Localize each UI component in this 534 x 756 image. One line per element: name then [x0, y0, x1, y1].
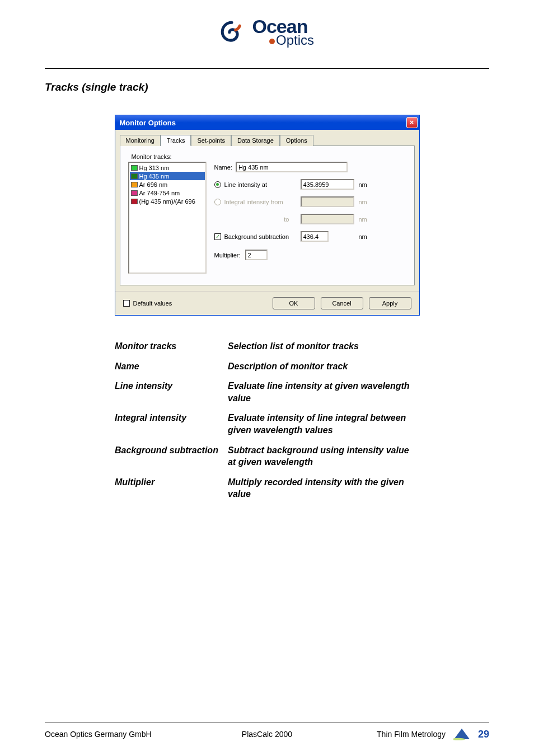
tab-body: Monitor tracks: Hg 313 nmHg 435 nmAr 696… — [120, 145, 415, 285]
integral-from-input[interactable] — [301, 196, 354, 207]
color-swatch-icon — [131, 173, 138, 179]
dot-icon — [269, 39, 275, 44]
definition-term: Integral intensity — [111, 408, 223, 439]
color-swatch-icon — [131, 182, 138, 187]
list-item-label: Hg 313 nm — [139, 165, 170, 171]
triangle-logo-icon — [453, 728, 470, 740]
list-item-label: Ar 696 nm — [139, 181, 168, 188]
multiplier-input[interactable] — [245, 250, 268, 260]
definition-desc: Evaluate line intensity at given wavelen… — [224, 377, 423, 407]
definition-term: Name — [111, 357, 223, 376]
multiplier-label: Multiplier: — [214, 252, 241, 259]
default-values-checkbox[interactable] — [123, 300, 130, 307]
tab-strip: Monitoring Tracks Set-points Data Storag… — [115, 130, 419, 145]
definition-term: Line intensity — [111, 377, 223, 407]
list-item-label: Ar 749-754 nm — [139, 190, 180, 196]
table-row: NameDescription of monitor track — [111, 357, 423, 376]
integral-to-label: to — [224, 216, 297, 223]
color-swatch-icon — [131, 165, 138, 171]
footer-left: Ocean Optics Germany GmbH — [45, 730, 193, 739]
close-icon[interactable]: × — [406, 117, 418, 128]
table-row: Background subtractionSubtract backgroun… — [111, 441, 423, 472]
footer-right-text: Thin Film Metrology — [377, 730, 446, 739]
table-row: Integral intensityEvaluate intensity of … — [111, 408, 423, 439]
list-item-label: (Hg 435 nm)/(Ar 696 — [139, 198, 195, 205]
dialog-button-row: Default values OK Cancel Apply — [115, 291, 419, 315]
header-rule — [45, 68, 489, 69]
bg-subtraction-unit: nm — [359, 233, 367, 240]
track-form: Name: Line intensity at nm Integral inte… — [214, 162, 406, 274]
brand-logo: Ocean Optics — [220, 17, 314, 47]
integral-intensity-radio[interactable] — [214, 199, 221, 205]
integral-to-input[interactable] — [301, 214, 354, 224]
dialog-title: Monitor Options — [120, 119, 176, 127]
swirl-icon — [220, 20, 243, 44]
line-intensity-input[interactable] — [301, 179, 354, 190]
definition-desc: Multiply recorded intensity with the giv… — [224, 473, 423, 504]
ok-button[interactable]: OK — [273, 297, 315, 309]
bg-subtraction-label: Background subtraction — [224, 233, 297, 240]
name-label: Name: — [214, 164, 232, 171]
list-item[interactable]: Hg 435 nm — [130, 172, 205, 180]
line-intensity-radio[interactable] — [214, 181, 221, 188]
definition-desc: Evaluate intensity of line integral betw… — [224, 408, 423, 439]
definition-desc: Selection list of monitor tracks — [224, 337, 423, 356]
cancel-button[interactable]: Cancel — [321, 297, 363, 309]
monitor-options-dialog: Monitor Options × Monitoring Tracks Set-… — [115, 115, 420, 316]
tab-options[interactable]: Options — [280, 135, 313, 146]
tab-setpoints[interactable]: Set-points — [191, 135, 231, 146]
list-item[interactable]: Ar 749-754 nm — [130, 189, 205, 197]
footer-rule — [45, 722, 489, 722]
tab-monitoring[interactable]: Monitoring — [120, 135, 161, 146]
list-item[interactable]: Ar 696 nm — [130, 180, 205, 189]
definition-term: Monitor tracks — [111, 337, 223, 356]
apply-button[interactable]: Apply — [369, 297, 411, 309]
definition-term: Background subtraction — [111, 441, 223, 472]
line-intensity-label: Line intensity at — [224, 181, 297, 188]
list-item-label: Hg 435 nm — [139, 173, 170, 180]
svg-marker-0 — [454, 729, 470, 739]
footer-mid: PlasCalc 2000 — [193, 730, 341, 739]
section-title: Tracks (single track) — [45, 81, 489, 93]
definitions-table: Monitor tracksSelection list of monitor … — [110, 336, 424, 505]
brand-optics-text: Optics — [276, 32, 314, 48]
definition-desc: Description of monitor track — [224, 357, 423, 376]
table-row: Line intensityEvaluate line intensity at… — [111, 377, 423, 407]
line-intensity-unit: nm — [359, 181, 367, 188]
integral-from-unit: nm — [359, 199, 367, 205]
brand-header: Ocean Optics — [45, 0, 489, 58]
default-values-label: Default values — [133, 300, 172, 307]
name-input[interactable] — [236, 162, 348, 172]
dialog-titlebar[interactable]: Monitor Options × — [115, 115, 419, 130]
list-item[interactable]: (Hg 435 nm)/(Ar 696 — [130, 197, 205, 205]
tracks-listbox[interactable]: Hg 313 nmHg 435 nmAr 696 nmAr 749-754 nm… — [128, 162, 207, 274]
integral-to-unit: nm — [359, 216, 367, 223]
table-row: Monitor tracksSelection list of monitor … — [111, 337, 423, 356]
bg-subtraction-checkbox[interactable] — [214, 233, 221, 240]
definition-term: Multiplier — [111, 473, 223, 504]
color-swatch-icon — [131, 199, 138, 204]
table-row: MultiplierMultiply recorded intensity wi… — [111, 473, 423, 504]
monitor-tracks-label: Monitor tracks: — [132, 153, 406, 160]
tab-tracks[interactable]: Tracks — [161, 135, 191, 146]
page-number: 29 — [478, 729, 489, 740]
color-swatch-icon — [131, 190, 138, 196]
bg-subtraction-input[interactable] — [301, 231, 329, 242]
page-footer: Ocean Optics Germany GmbH PlasCalc 2000 … — [45, 717, 489, 740]
brand-optics: Optics — [269, 34, 314, 47]
list-item[interactable]: Hg 313 nm — [130, 163, 205, 172]
definition-desc: Subtract background using intensity valu… — [224, 441, 423, 472]
integral-intensity-label: Integral intensity from — [224, 199, 297, 205]
tab-data-storage[interactable]: Data Storage — [231, 135, 280, 146]
